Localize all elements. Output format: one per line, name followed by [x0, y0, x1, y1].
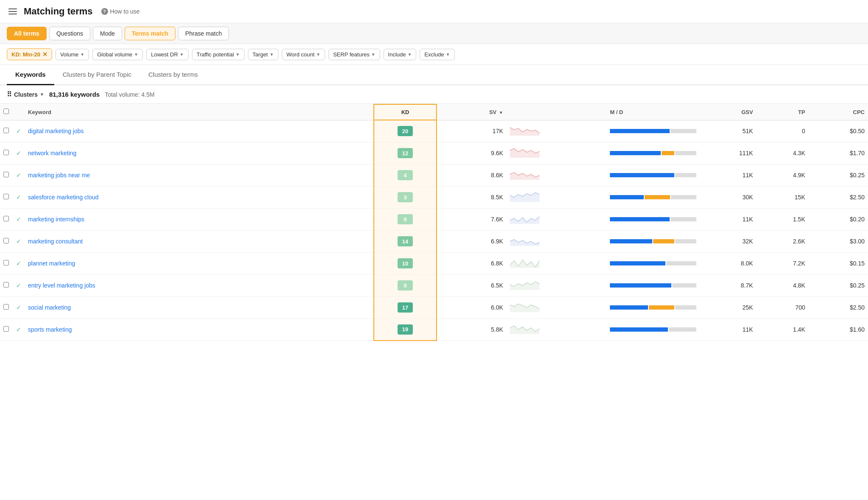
- row-checkbox-4[interactable]: [3, 216, 9, 221]
- row-checkbox-3[interactable]: [3, 194, 9, 199]
- check-icon: ✓: [16, 150, 21, 156]
- keyword-cell[interactable]: marketing jobs near me: [25, 164, 374, 186]
- svg-marker-2: [510, 172, 540, 179]
- word-count-filter[interactable]: Word count ▼: [282, 49, 325, 60]
- keyword-col-header[interactable]: Keyword: [25, 104, 374, 120]
- row-check-icon-cell: ✓: [13, 186, 25, 208]
- row-checkbox-6[interactable]: [3, 260, 9, 265]
- row-checkbox-5[interactable]: [3, 238, 9, 243]
- keyword-cell[interactable]: marketing internships: [25, 208, 374, 230]
- row-checkbox-1[interactable]: [3, 150, 9, 155]
- keyword-cell[interactable]: social marketing: [25, 296, 374, 318]
- tab-mode[interactable]: Mode: [93, 27, 122, 40]
- table-row: ✓ salesforce marketing cloud 3 8.5K 30K …: [0, 186, 868, 208]
- traffic-potential-filter[interactable]: Traffic potential ▼: [192, 49, 245, 60]
- table-row: ✓ plannet marketing 10 6.8K 8.0K 7.2K $0…: [0, 252, 868, 274]
- keyword-cell[interactable]: plannet marketing: [25, 252, 374, 274]
- tab-keywords[interactable]: Keywords: [7, 65, 54, 85]
- row-check-icon-cell: ✓: [13, 318, 25, 341]
- check-icon: ✓: [16, 172, 21, 179]
- row-checkbox-9[interactable]: [3, 326, 9, 332]
- keyword-link[interactable]: marketing internships: [28, 216, 84, 223]
- kd-cell: 3: [374, 186, 437, 208]
- clusters-button[interactable]: ⠿ Clusters ▼: [7, 90, 44, 98]
- table-body: ✓ digital marketing jobs 20 17K 51K 0 $0…: [0, 120, 868, 341]
- gsv-col-header[interactable]: GSV: [700, 104, 757, 120]
- kd-badge: 12: [398, 148, 413, 158]
- page-title: Matching terms: [24, 6, 93, 17]
- kd-cell: 19: [374, 318, 437, 341]
- volume-arrow-icon: ▼: [80, 52, 84, 57]
- sv-cell: 6.0K: [437, 296, 506, 318]
- kd-badge: 0: [398, 214, 413, 224]
- row-checkbox-8[interactable]: [3, 304, 9, 310]
- exclude-filter[interactable]: Exclude ▼: [420, 49, 454, 60]
- cpc-col-header[interactable]: CPC: [809, 104, 868, 120]
- table-row: ✓ marketing jobs near me 4 8.6K 11K 4.9K…: [0, 164, 868, 186]
- keyword-cell[interactable]: salesforce marketing cloud: [25, 186, 374, 208]
- volume-filter[interactable]: Volume ▼: [56, 49, 89, 60]
- tab-phrase-match[interactable]: Phrase match: [178, 27, 229, 40]
- kd-chip-label: KD: Min-20: [11, 51, 40, 58]
- select-all-checkbox[interactable]: [3, 109, 9, 114]
- check-icon: ✓: [16, 216, 21, 223]
- md-cell: [606, 164, 700, 186]
- md-cell: [606, 318, 700, 341]
- sparkline-cell: [506, 230, 606, 252]
- how-to-use-button[interactable]: ? How to use: [98, 6, 143, 17]
- kd-filter-chip[interactable]: KD: Min-20 ✕: [7, 48, 52, 60]
- keyword-cell[interactable]: digital marketing jobs: [25, 120, 374, 142]
- tp-cell: 1.5K: [757, 208, 809, 230]
- table-container: Keyword KD SV ▼ M / D GSV TP CPC ✓: [0, 104, 868, 341]
- tab-clusters-parent[interactable]: Clusters by Parent Topic: [54, 65, 140, 85]
- global-volume-filter[interactable]: Global volume ▼: [92, 49, 143, 60]
- lowest-dr-filter[interactable]: Lowest DR ▼: [146, 49, 188, 60]
- tab-questions[interactable]: Questions: [49, 27, 90, 40]
- serp-features-filter[interactable]: SERP features ▼: [328, 49, 380, 60]
- row-checkbox-2[interactable]: [3, 172, 9, 177]
- keyword-link[interactable]: social marketing: [28, 304, 71, 311]
- check-icon: ✓: [16, 326, 21, 333]
- keyword-cell[interactable]: marketing consultant: [25, 230, 374, 252]
- include-filter[interactable]: Include ▼: [384, 49, 417, 60]
- sparkline-cell: [506, 296, 606, 318]
- sparkline-cell: [506, 186, 606, 208]
- table-row: ✓ marketing consultant 14 6.9K 32K 2.6K …: [0, 230, 868, 252]
- hamburger-menu[interactable]: [7, 7, 19, 16]
- keyword-link[interactable]: entry level marketing jobs: [28, 282, 95, 289]
- target-filter[interactable]: Target ▼: [248, 49, 278, 60]
- keyword-link[interactable]: salesforce marketing cloud: [28, 194, 99, 201]
- sv-cell: 17K: [437, 120, 506, 142]
- row-checkbox-0[interactable]: [3, 128, 9, 133]
- kd-cell: 0: [374, 208, 437, 230]
- target-arrow-icon: ▼: [270, 52, 274, 57]
- filter-bar: KD: Min-20 ✕ Volume ▼ Global volume ▼ Lo…: [0, 44, 868, 65]
- keyword-link[interactable]: marketing consultant: [28, 238, 83, 245]
- check-icon: ✓: [16, 260, 21, 267]
- md-col-header[interactable]: M / D: [606, 104, 700, 120]
- serp-features-arrow-icon: ▼: [371, 52, 376, 57]
- keyword-cell[interactable]: entry level marketing jobs: [25, 274, 374, 296]
- keyword-link[interactable]: sports marketing: [28, 326, 72, 333]
- tp-col-header[interactable]: TP: [757, 104, 809, 120]
- keyword-link[interactable]: digital marketing jobs: [28, 128, 84, 134]
- keyword-link[interactable]: plannet marketing: [28, 260, 75, 267]
- tab-all-terms[interactable]: All terms: [7, 27, 47, 40]
- cpc-cell: $1.60: [809, 318, 868, 341]
- svg-marker-0: [510, 127, 540, 136]
- keyword-link[interactable]: network marketing: [28, 150, 76, 156]
- sv-col-header[interactable]: SV ▼: [437, 104, 506, 120]
- row-checkbox-7[interactable]: [3, 282, 9, 288]
- row-check-icon-cell: ✓: [13, 230, 25, 252]
- tab-terms-match[interactable]: Terms match: [125, 27, 175, 40]
- global-volume-label: Global volume: [97, 51, 132, 58]
- kd-col-header[interactable]: KD: [374, 104, 437, 120]
- kd-close-icon[interactable]: ✕: [42, 51, 47, 58]
- keyword-cell[interactable]: network marketing: [25, 142, 374, 164]
- row-check-icon-cell: ✓: [13, 274, 25, 296]
- tab-clusters-terms[interactable]: Clusters by terms: [140, 65, 206, 85]
- sv-cell: 9.6K: [437, 142, 506, 164]
- keyword-link[interactable]: marketing jobs near me: [28, 172, 90, 179]
- keyword-cell[interactable]: sports marketing: [25, 318, 374, 341]
- sv-cell: 5.8K: [437, 318, 506, 341]
